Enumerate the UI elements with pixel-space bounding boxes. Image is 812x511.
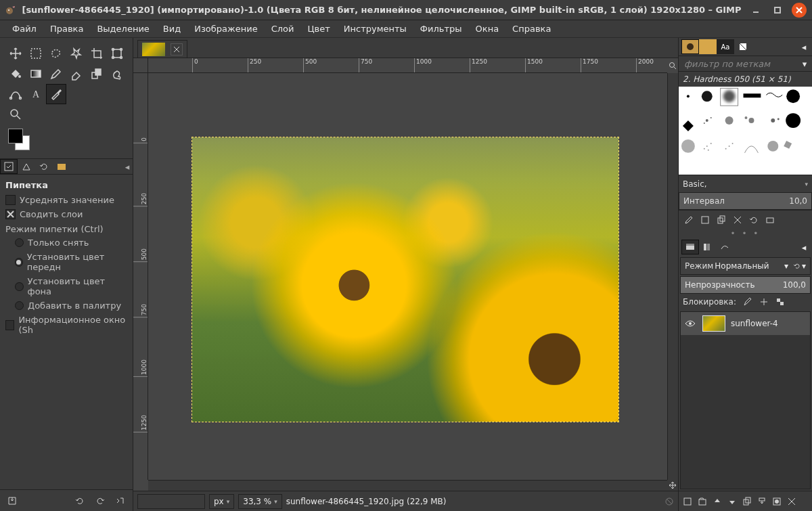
scrollbar-vertical[interactable]: [667, 73, 678, 480]
edit-brush-icon[interactable]: [684, 215, 694, 225]
option-average[interactable]: Усреднять значение: [5, 193, 127, 207]
tab-undo-history[interactable]: [35, 159, 53, 174]
blend-mode-dropdown[interactable]: Режим Нормальный ▾ ▾: [680, 257, 811, 275]
layers-dock-menu[interactable]: ◂: [798, 240, 809, 254]
brush-dock-menu[interactable]: ◂: [798, 39, 809, 54]
delete-layer-icon[interactable]: [787, 497, 796, 506]
menu-help[interactable]: Справка: [505, 22, 558, 36]
reset-preset-icon[interactable]: [114, 494, 127, 508]
tab-channels[interactable]: [699, 240, 717, 254]
tool-bucket[interactable]: [5, 64, 26, 84]
tab-history[interactable]: [734, 39, 752, 54]
lower-layer-icon[interactable]: [727, 497, 737, 506]
merge-down-icon[interactable]: [757, 497, 767, 506]
option-merge[interactable]: Сводить слои: [5, 207, 127, 221]
duplicate-layer-icon[interactable]: [742, 497, 752, 506]
ruler-vertical[interactable]: 025050075010001250: [133, 73, 148, 480]
tool-path[interactable]: [5, 84, 26, 104]
restore-preset-icon[interactable]: [73, 494, 87, 508]
menu-select[interactable]: Выделение: [90, 22, 156, 36]
dock-handle[interactable]: • • •: [679, 229, 812, 238]
zoom-dropdown[interactable]: 33,3 %▾: [238, 494, 281, 509]
tool-fuzzy-select[interactable]: [66, 43, 87, 64]
layer-row[interactable]: sunflower-4: [681, 312, 810, 335]
mode-add-palette[interactable]: Добавить в палитру: [5, 298, 127, 313]
refresh-brush-icon[interactable]: [749, 215, 759, 225]
tool-crop[interactable]: [87, 43, 107, 64]
menu-view[interactable]: Вид: [156, 22, 187, 36]
image-tab-close[interactable]: [171, 43, 183, 55]
new-brush-icon[interactable]: [700, 215, 710, 225]
option-info-window[interactable]: Информационное окно (Sh: [5, 313, 127, 337]
delete-brush-icon[interactable]: [733, 215, 742, 225]
menu-color[interactable]: Цвет: [300, 22, 336, 36]
brush-spacing-slider[interactable]: Интервал 10,0: [679, 192, 812, 210]
tool-options-menu[interactable]: ◂: [122, 162, 133, 172]
mask-layer-icon[interactable]: [772, 497, 782, 506]
lock-pixels-icon[interactable]: [743, 297, 752, 307]
tab-layers[interactable]: [681, 240, 699, 254]
foreground-color[interactable]: [8, 129, 23, 143]
ruler-corner[interactable]: [133, 58, 148, 73]
menu-edit[interactable]: Правка: [43, 22, 90, 36]
tab-patterns[interactable]: [699, 39, 717, 54]
layer-visibility-icon[interactable]: [685, 319, 697, 328]
lock-position-icon[interactable]: [759, 297, 769, 307]
new-group-icon[interactable]: [698, 497, 707, 506]
tool-move[interactable]: [5, 43, 26, 64]
tool-free-select[interactable]: [46, 43, 66, 64]
delete-preset-icon[interactable]: [93, 494, 107, 508]
menu-image[interactable]: Изображение: [187, 22, 264, 36]
menu-tools[interactable]: Инструменты: [337, 22, 413, 36]
tool-gradient[interactable]: [26, 64, 46, 84]
mode-set-fg[interactable]: Установить цвет передн: [5, 250, 127, 274]
scrollbar-horizontal[interactable]: [148, 480, 667, 491]
tool-rect-select[interactable]: [26, 43, 46, 64]
zoom-corner[interactable]: [667, 58, 678, 73]
chevron-down-icon[interactable]: ▾: [797, 59, 812, 69]
tool-smudge[interactable]: [107, 64, 127, 84]
tab-paths[interactable]: [717, 240, 734, 254]
new-layer-icon[interactable]: [683, 497, 692, 506]
tool-pencil[interactable]: [46, 64, 66, 84]
brush-filter[interactable]: фильтр по меткам ▾: [679, 55, 812, 72]
image-tab[interactable]: [137, 40, 187, 58]
brush-grid[interactable]: [679, 87, 812, 175]
menu-filters[interactable]: Фильтры: [413, 22, 469, 36]
mode-set-bg[interactable]: Установить цвет фона: [5, 274, 127, 298]
unit-dropdown[interactable]: px▾: [209, 494, 234, 509]
raise-layer-icon[interactable]: [713, 497, 722, 506]
opacity-slider[interactable]: Непрозрачность 100,0: [680, 276, 811, 294]
navigation-button[interactable]: [667, 480, 678, 491]
tab-device-status[interactable]: [18, 159, 35, 174]
tool-eraser[interactable]: [66, 64, 87, 84]
menu-windows[interactable]: Окна: [469, 22, 506, 36]
menu-file[interactable]: Файл: [5, 22, 43, 36]
duplicate-brush-icon[interactable]: [717, 215, 726, 225]
brush-preset-dropdown[interactable]: Basic,▾: [679, 175, 812, 192]
canvas[interactable]: [148, 73, 667, 480]
layer-list[interactable]: sunflower-4: [680, 311, 811, 489]
mode-reset-icon[interactable]: [792, 261, 802, 271]
window-maximize-button[interactable]: [770, 3, 785, 18]
tool-unified-transform[interactable]: [107, 43, 127, 64]
tab-tool-options[interactable]: [0, 159, 18, 174]
tool-clone[interactable]: [87, 64, 107, 84]
tab-images[interactable]: [53, 159, 70, 174]
window-minimize-button[interactable]: [748, 3, 763, 18]
mode-only-pick[interactable]: Только снять: [5, 236, 127, 250]
open-brush-icon[interactable]: [765, 215, 775, 225]
tool-text[interactable]: A: [26, 84, 46, 104]
menu-layer[interactable]: Слой: [265, 22, 301, 36]
layer-name[interactable]: sunflower-4: [731, 319, 778, 328]
window-close-button[interactable]: [792, 3, 807, 18]
save-preset-icon[interactable]: [5, 494, 19, 508]
tool-color-picker[interactable]: [46, 84, 66, 104]
lock-alpha-icon[interactable]: [775, 297, 785, 307]
cancel-icon[interactable]: [664, 497, 674, 506]
tab-brushes[interactable]: [681, 39, 699, 54]
color-swatches[interactable]: [8, 129, 49, 156]
tool-zoom[interactable]: [5, 104, 26, 125]
ruler-horizontal[interactable]: 025050075010001250150017502000: [148, 58, 667, 73]
tab-fonts[interactable]: Aa: [717, 39, 734, 54]
